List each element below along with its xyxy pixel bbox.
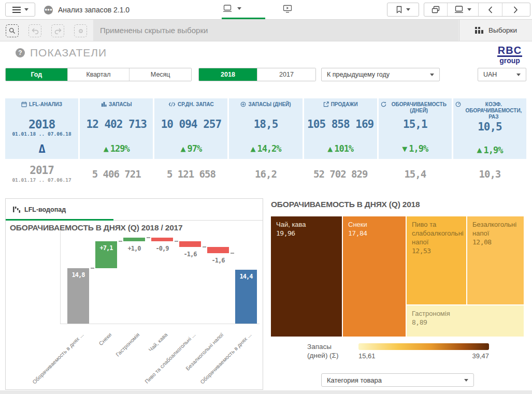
clear-selections-icon xyxy=(78,28,84,34)
waterfall-panel: LFL-водопад ОБОРАЧИВАЕМОСТЬ В ДНЯХ (Q) 2… xyxy=(5,198,263,390)
kpi-column[interactable]: ЗАПАСЫ12 402 713▲129%5 406 721 xyxy=(80,98,153,188)
undo-selection-button[interactable] xyxy=(28,24,41,37)
bookmarks-button[interactable] xyxy=(387,3,419,17)
app-window: ●●● Анализ запасов 2.1.0 xyxy=(0,0,532,394)
chevron-down-icon xyxy=(237,7,241,10)
waterfall-bar[interactable] xyxy=(207,247,229,253)
waterfall-category-label: Оборачиваемость в днях ... xyxy=(22,331,85,394)
arrow-up-icon: ▲ xyxy=(180,145,185,153)
kpi-prev-date-range: 01.01.17 .. 07.06.17 xyxy=(12,177,71,184)
tab-lfl-waterfall[interactable]: LFL-водопад xyxy=(6,206,66,213)
bars-icon: ЗАПАСЫ xyxy=(99,98,134,118)
tab-label: LFL-водопад xyxy=(24,206,66,213)
app-icon: ●●● xyxy=(44,6,53,14)
filter-button-2017[interactable]: 2017 xyxy=(257,68,315,81)
sheet-view-button[interactable] xyxy=(223,5,241,12)
waterfall-bar-label: -1,6 xyxy=(179,251,201,258)
kpi-prev-value: 2017 xyxy=(30,164,54,177)
help-button[interactable]: ? xyxy=(16,48,25,57)
treemap-cell-name: Гастрономія xyxy=(412,309,519,318)
search-icon xyxy=(9,27,16,34)
waterfall-x-axis: Оборачиваемость в днях ...СнекиГастроном… xyxy=(60,327,260,387)
bottom-strip xyxy=(0,390,532,394)
treemap-cell-value: 19,96 xyxy=(276,229,337,238)
waterfall-bar-label: -1,6 xyxy=(207,257,229,264)
filter-button-Квартал[interactable]: Квартал xyxy=(67,68,130,81)
filter-button-2018[interactable]: 2018 xyxy=(199,68,257,81)
hamburger-icon xyxy=(12,7,21,13)
period-group: ГодКварталМесяц xyxy=(5,68,192,81)
kpi-prev-value: 52 702 829 xyxy=(313,167,367,181)
chevron-left-icon xyxy=(488,6,493,13)
kpi-prev-value: 15,4 xyxy=(404,167,426,181)
waterfall-bar-label: 14,4 xyxy=(235,273,257,280)
treemap-legend-label: Запасы (дней) (Σ) xyxy=(307,342,356,360)
waterfall-bar[interactable] xyxy=(151,238,173,241)
kpi-value: 18,5 xyxy=(254,118,278,131)
waterfall-plot: 14,8+7,1+1,0-0,9-1,6-1,614,4 xyxy=(60,231,260,324)
waterfall-connector xyxy=(91,268,94,269)
duplicate-sheet-button[interactable] xyxy=(424,3,447,16)
coin-icon: ЗАПАСЫ (ДНЕЙ) xyxy=(238,98,293,118)
currency-dropdown-value: UAH xyxy=(483,71,497,78)
previous-sheet-button[interactable] xyxy=(478,3,502,16)
clear-selections-button[interactable] xyxy=(74,24,87,37)
duplicate-icon xyxy=(432,6,440,13)
kpi-delta: ▲1,9% xyxy=(477,141,502,159)
kpi-column[interactable]: LFL-АНАЛИЗ201801.01.18 .. 07.06.18Δ20170… xyxy=(5,98,78,188)
waterfall-chart-icon xyxy=(13,206,20,213)
logo-text: RBC xyxy=(497,45,522,57)
treemap-color-gradient xyxy=(358,343,489,350)
chevron-right-icon xyxy=(513,6,518,13)
waterfall-connector xyxy=(231,253,234,254)
kpi-delta: ▲14,2% xyxy=(250,138,281,159)
waterfall-connector xyxy=(175,241,178,242)
category-dropdown[interactable]: Категория товара xyxy=(321,373,474,387)
gauge-icon: КОЭФ. ОБОРАЧИВАЕМОСТИ, РАЗ xyxy=(453,98,526,120)
treemap-cell-value: 12,08 xyxy=(472,238,519,246)
waterfall-bar-label: +1,0 xyxy=(123,245,145,252)
currency-dropdown[interactable]: UAH xyxy=(478,68,526,81)
refresh-icon: ОБОРАЧИВАЕМОСТЬ (ДНЕЙ) xyxy=(379,98,452,118)
treemap-cell[interactable]: Чай, кава19,96 xyxy=(271,216,342,337)
arrow-up-icon: ▲ xyxy=(250,145,255,153)
treemap-cell[interactable]: Снеки17,84 xyxy=(343,216,406,337)
kpi-column[interactable]: ПРОДАЖИ105 858 169▲101%52 702 829 xyxy=(304,98,377,188)
treemap-cell-value: 8,89 xyxy=(412,318,519,327)
active-tab-indicator xyxy=(6,219,113,221)
kpi-column[interactable]: ЗАПАСЫ (ДНЕЙ)18,5▲14,2%16,2 xyxy=(229,98,302,188)
sheets-list-button[interactable] xyxy=(447,3,478,16)
kpi-prev-value: 5 121 658 xyxy=(167,167,215,181)
treemap-cell[interactable]: Пиво та слабоалкогольні напої12,53 xyxy=(407,216,466,304)
current-selections-field[interactable]: Применены скрытые выборки xyxy=(93,20,458,41)
kpi-column[interactable]: СР.ДН. ЗАПАС10 094 257▲97%5 121 658 xyxy=(154,98,227,188)
global-menu-button[interactable] xyxy=(5,3,35,17)
top-toolbar: ●●● Анализ запасов 2.1.0 xyxy=(0,0,532,20)
comparison-dropdown[interactable]: К предыдущему году xyxy=(321,68,440,81)
redo-selection-button[interactable] xyxy=(51,24,64,37)
sheet-navigation-group xyxy=(424,3,530,17)
waterfall-bar[interactable] xyxy=(123,238,145,241)
treemap-cell[interactable]: Безалкогольні напої12,08 xyxy=(467,216,524,304)
smart-search-button[interactable] xyxy=(6,24,19,37)
chevron-down-icon xyxy=(464,379,468,382)
kpi-delta: ▼1,9% xyxy=(402,138,428,159)
comparison-dropdown-value: К предыдущему году xyxy=(327,71,390,78)
treemap-cell-name: Безалкогольні напої xyxy=(472,220,519,238)
chevron-down-icon xyxy=(430,74,434,76)
selections-tool-button[interactable]: Выборки xyxy=(459,20,532,41)
kpi-column[interactable]: ОБОРАЧИВАЕМОСТЬ (ДНЕЙ)15,1▼1,9%15,4 xyxy=(379,98,452,188)
filter-button-Год[interactable]: Год xyxy=(6,68,67,81)
kpi-column[interactable]: КОЭФ. ОБОРАЧИВАЕМОСТИ, РАЗ10,5▲1,9%10,3 xyxy=(453,98,526,188)
filter-button-Месяц[interactable]: Месяц xyxy=(129,68,191,81)
treemap-cell[interactable]: Гастрономія8,89 xyxy=(407,305,524,337)
redo-icon xyxy=(54,28,62,34)
waterfall-bar-label: +7,1 xyxy=(95,244,117,252)
presentation-button[interactable] xyxy=(283,5,292,13)
external-icon: ПРОДАЖИ xyxy=(321,98,360,118)
waterfall-bar-label: -0,9 xyxy=(151,245,173,252)
waterfall-bar[interactable] xyxy=(179,241,201,247)
chevron-down-icon xyxy=(516,74,521,76)
next-sheet-button[interactable] xyxy=(502,3,529,16)
selections-label: Выборки xyxy=(488,26,517,34)
